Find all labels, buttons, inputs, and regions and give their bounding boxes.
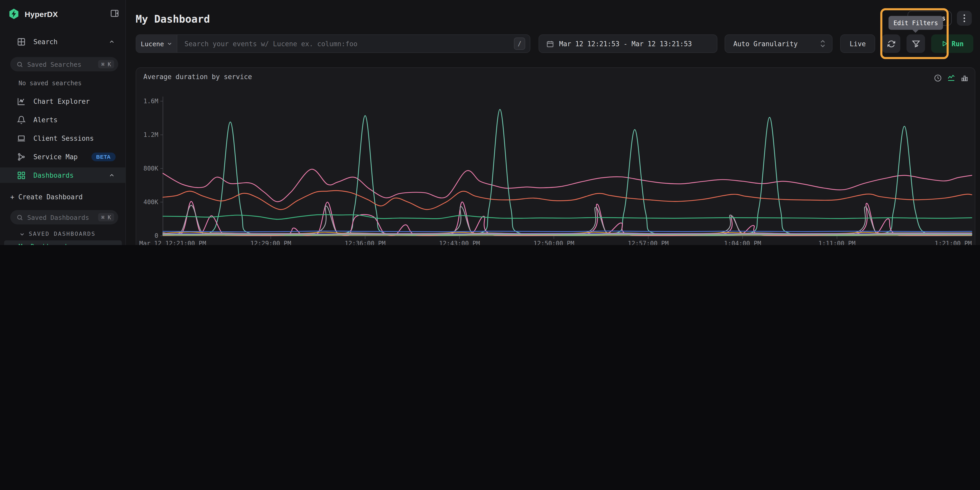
calendar-icon xyxy=(546,40,554,48)
shortcut-badge: ⌘ K xyxy=(98,60,114,68)
search-icon xyxy=(16,214,23,220)
run-label: Run xyxy=(952,40,964,48)
sidebar-item-label: Service Map xyxy=(33,153,78,160)
hyperdx-app: HyperDX Search ⌘ K No saved searches Cha… xyxy=(0,0,980,245)
beta-badge: BETA xyxy=(91,152,115,161)
tile-average-duration: Average duration by service 1.6M1.2M800K… xyxy=(136,67,975,245)
svg-text:12:36:00 PM: 12:36:00 PM xyxy=(345,240,386,245)
logo[interactable]: HyperDX xyxy=(8,8,58,19)
sidebar-item-alerts[interactable]: Alerts xyxy=(0,112,126,127)
sidebar-item-client-sessions[interactable]: Client Sessions xyxy=(0,130,126,146)
no-saved-searches-text: No saved searches xyxy=(19,79,82,87)
filter-edit-icon xyxy=(912,39,920,48)
svg-text:1:04:00 PM: 1:04:00 PM xyxy=(724,240,761,245)
run-button[interactable]: Run xyxy=(931,35,973,53)
chevron-up-icon[interactable] xyxy=(109,39,115,44)
saved-searches-input[interactable]: ⌘ K xyxy=(10,57,118,71)
hyperdx-logo-icon xyxy=(8,8,19,19)
dashboards-icon xyxy=(17,171,26,179)
time-settings-icon[interactable] xyxy=(934,74,942,82)
section-header-label: SAVED DASHBOARDS xyxy=(29,231,95,237)
svg-text:12:43:00 PM: 12:43:00 PM xyxy=(439,240,480,245)
search-section-icon xyxy=(17,37,26,46)
sidebar-item-label: Search xyxy=(33,38,57,46)
sidebar-item-chart-explorer[interactable]: Chart Explorer xyxy=(0,94,126,109)
line-chart-icon[interactable] xyxy=(947,74,955,82)
svg-text:Mar 12 12:21:00 PM: Mar 12 12:21:00 PM xyxy=(139,240,206,245)
refresh-icon xyxy=(887,39,896,48)
svg-text:400K: 400K xyxy=(143,198,158,206)
duration-by-service-chart[interactable]: 1.6M1.2M800K400K0Mar 12 12:21:00 PM12:29… xyxy=(139,90,975,245)
chart-title: Average duration by service xyxy=(143,73,252,81)
chevron-down-icon xyxy=(19,232,25,236)
date-range-value: Mar 12 12:21:53 - Mar 12 13:21:53 xyxy=(559,40,692,48)
saved-dashboards-input[interactable]: ⌘ K xyxy=(10,210,118,224)
sidebar-item-service-map[interactable]: Service Map BETA xyxy=(0,149,126,164)
date-range-picker[interactable]: Mar 12 12:21:53 - Mar 12 13:21:53 xyxy=(539,35,718,53)
search-input[interactable] xyxy=(177,40,514,48)
create-dashboard-button[interactable]: + Create Dashboard xyxy=(0,189,126,205)
svg-text:12:57:00 PM: 12:57:00 PM xyxy=(628,240,668,245)
play-icon xyxy=(941,40,948,47)
svg-text:1.6M: 1.6M xyxy=(143,98,158,105)
granularity-value: Auto Granularity xyxy=(733,40,797,48)
search-icon xyxy=(16,61,23,68)
more-menu-button[interactable] xyxy=(957,11,972,26)
query-language-label: Lucene xyxy=(141,40,164,48)
edit-filters-button[interactable] xyxy=(907,35,925,53)
query-language-select[interactable]: Lucene xyxy=(136,35,177,52)
shortcut-badge: ⌘ K xyxy=(98,213,114,221)
granularity-select[interactable]: Auto Granularity xyxy=(725,35,832,53)
event-search-bar: Lucene / xyxy=(136,35,530,53)
create-dashboard-label: + Create Dashboard xyxy=(10,193,83,201)
chart-explorer-icon xyxy=(17,97,26,106)
sidebar-item-my-dashboard[interactable]: My Dashboard xyxy=(4,240,122,245)
service-map-icon xyxy=(17,152,26,161)
saved-dashboards-section-header[interactable]: SAVED DASHBOARDS xyxy=(19,231,95,237)
svg-text:12:50:00 PM: 12:50:00 PM xyxy=(533,240,574,245)
laptop-icon xyxy=(17,134,26,143)
sidebar-item-search[interactable]: Search xyxy=(0,34,126,49)
sidebar: HyperDX Search ⌘ K No saved searches Cha… xyxy=(0,0,126,245)
svg-text:0: 0 xyxy=(155,232,158,239)
collapse-sidebar-icon[interactable] xyxy=(110,9,119,18)
chevron-down-icon xyxy=(167,41,172,46)
logo-text: HyperDX xyxy=(25,10,58,18)
tile-controls xyxy=(934,74,969,82)
svg-text:12:29:00 PM: 12:29:00 PM xyxy=(250,240,291,245)
sidebar-item-label: Client Sessions xyxy=(33,134,94,142)
svg-text:1:21:00 PM: 1:21:00 PM xyxy=(935,240,972,245)
dashboard-item-label: My Dashboard xyxy=(19,243,67,245)
sidebar-item-label: Chart Explorer xyxy=(33,97,90,105)
svg-text:800K: 800K xyxy=(143,165,158,172)
sidebar-item-label: Dashboards xyxy=(33,171,74,179)
bar-chart-icon[interactable] xyxy=(961,74,969,82)
saved-searches-field[interactable] xyxy=(27,60,94,68)
svg-text:1:11:00 PM: 1:11:00 PM xyxy=(818,240,856,245)
bell-icon xyxy=(17,115,26,124)
sidebar-item-dashboards[interactable]: Dashboards xyxy=(0,167,126,183)
refresh-button[interactable] xyxy=(882,35,900,53)
select-chevrons-icon xyxy=(820,40,826,48)
chevron-up-icon[interactable] xyxy=(109,172,115,178)
svg-text:1.2M: 1.2M xyxy=(143,131,158,138)
live-button[interactable]: Live xyxy=(840,35,875,53)
slash-key-badge: / xyxy=(514,38,525,50)
edit-filters-tooltip: Edit Filters xyxy=(889,16,943,30)
sidebar-item-label: Alerts xyxy=(33,116,57,124)
saved-dashboards-field[interactable] xyxy=(27,213,94,221)
page-title: My Dashboard xyxy=(136,13,210,25)
